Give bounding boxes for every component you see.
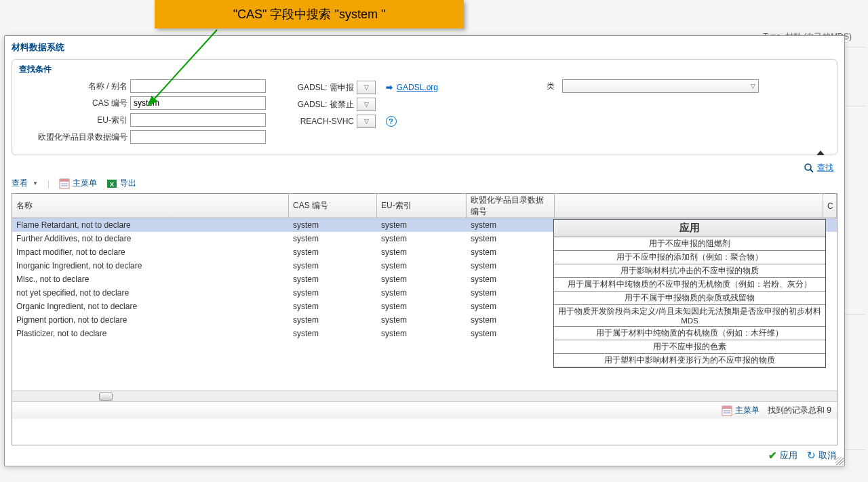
application-row[interactable]: 用于影响材料抗冲击的不应申报的物质	[554, 264, 825, 278]
search-button[interactable]: 查找	[817, 162, 833, 174]
application-row[interactable]: 用于物质开发阶段尚未定义/尚且未知因此无法预期是否应申报的初步材料MDS	[554, 305, 825, 327]
col-cas[interactable]: CAS 编号	[289, 194, 377, 218]
gadsl-dec-label: GADSL: 需申报	[293, 82, 354, 94]
gadsl-proh-label: GADSL: 被禁止	[293, 99, 354, 111]
cancel-button[interactable]: ↻取消	[807, 449, 836, 462]
col-c[interactable]: C	[823, 194, 837, 218]
view-menu[interactable]: 查看	[12, 178, 38, 189]
cas-label: CAS 编号	[19, 98, 127, 109]
grid-toolbar: 查看 | 主菜单 X 导出	[5, 174, 844, 193]
col-name[interactable]: 名称	[12, 194, 289, 218]
help-icon[interactable]: ?	[386, 116, 397, 127]
export-button[interactable]: X 导出	[106, 178, 136, 189]
callout-banner: "CAS" 字段中搜索 "system "	[155, 0, 464, 28]
svg-rect-4	[60, 179, 69, 182]
chevron-down-icon: ▽	[364, 101, 369, 108]
application-header: 应用	[554, 220, 825, 237]
reach-select[interactable]: ▽	[357, 115, 376, 128]
search-modal: 材料数据系统 查找条件 名称 / 别名 CAS 编号 EU-索引 欧盟化学品目录…	[4, 35, 845, 466]
col-einecs[interactable]: 欧盟化学品目录数据编号	[467, 194, 555, 218]
svg-line-2	[810, 169, 813, 172]
gadsl-link[interactable]: GADSL.org	[397, 83, 438, 92]
mainmenu-icon	[59, 178, 70, 189]
search-icon	[804, 163, 814, 174]
link-arrow-icon: ➡	[386, 83, 393, 92]
gadsl-proh-select[interactable]: ▽	[357, 98, 376, 111]
mainmenu-icon	[722, 405, 732, 416]
application-row[interactable]: 用于属于材料中纯物质的有机物质（例如：木纤维）	[554, 327, 825, 340]
name-label: 名称 / 别名	[19, 81, 127, 92]
modal-title: 材料数据系统	[5, 36, 844, 59]
resize-grip[interactable]	[835, 457, 844, 465]
col-app[interactable]	[555, 194, 823, 218]
reach-label: REACH-SVHC	[293, 117, 354, 126]
chevron-down-icon: ▽	[364, 118, 369, 125]
svg-rect-10	[722, 406, 732, 409]
application-popup: 应用 用于不应申报的阻燃剂用于不应申报的添加剂（例如：聚合物）用于影响材料抗冲击…	[553, 219, 826, 368]
excel-icon: X	[106, 178, 117, 189]
grid-header: 名称 CAS 编号 EU-索引 欧盟化学品目录数据编号 C	[12, 194, 837, 218]
collapse-arrow-icon[interactable]	[816, 150, 825, 155]
category-label: 类	[547, 81, 555, 92]
application-row[interactable]: 用于不属于申报物质的杂质或残留物	[554, 292, 825, 305]
application-row[interactable]: 用于塑料中影响材料变形行为的不应申报的物质	[554, 354, 825, 367]
apply-button[interactable]: ✔应用	[768, 449, 797, 462]
name-input[interactable]	[130, 79, 266, 93]
einecs-label: 欧盟化学品目录数据编号	[19, 132, 127, 143]
einecs-input[interactable]	[130, 130, 266, 144]
footer-mainmenu-button[interactable]: 主菜单	[722, 405, 760, 416]
chevron-down-icon: ▽	[751, 83, 755, 89]
application-row[interactable]: 用于属于材料中纯物质的不应申报的无机物质（例如：岩粉、灰分）	[554, 278, 825, 292]
cas-input[interactable]	[130, 96, 266, 110]
eu-label: EU-索引	[19, 115, 127, 126]
application-row[interactable]: 用于不应申报的阻燃剂	[554, 237, 825, 251]
category-select[interactable]: ▽	[562, 79, 759, 93]
eu-input[interactable]	[130, 113, 266, 127]
svg-point-1	[805, 164, 811, 170]
gadsl-dec-select[interactable]: ▽	[357, 81, 376, 94]
results-grid: 名称 CAS 编号 EU-索引 欧盟化学品目录数据编号 C Flame Reta…	[12, 193, 837, 445]
application-row[interactable]: 用于不应申报的添加剂（例如：聚合物）	[554, 251, 825, 264]
refresh-icon: ↻	[807, 449, 816, 462]
application-row[interactable]: 用于不应申报的色素	[554, 340, 825, 354]
col-eu[interactable]: EU-索引	[377, 194, 467, 218]
svg-text:X: X	[110, 181, 114, 188]
chevron-down-icon: ▽	[364, 84, 369, 91]
criteria-panel: 查找条件 名称 / 别名 CAS 编号 EU-索引 欧盟化学品目录数据编号 GA…	[12, 59, 837, 155]
horizontal-scrollbar[interactable]	[12, 390, 837, 401]
mainmenu-button[interactable]: 主菜单	[59, 178, 97, 189]
records-count: 找到的记录总和 9	[768, 405, 831, 416]
check-icon: ✔	[768, 449, 777, 462]
criteria-legend: 查找条件	[19, 64, 830, 75]
